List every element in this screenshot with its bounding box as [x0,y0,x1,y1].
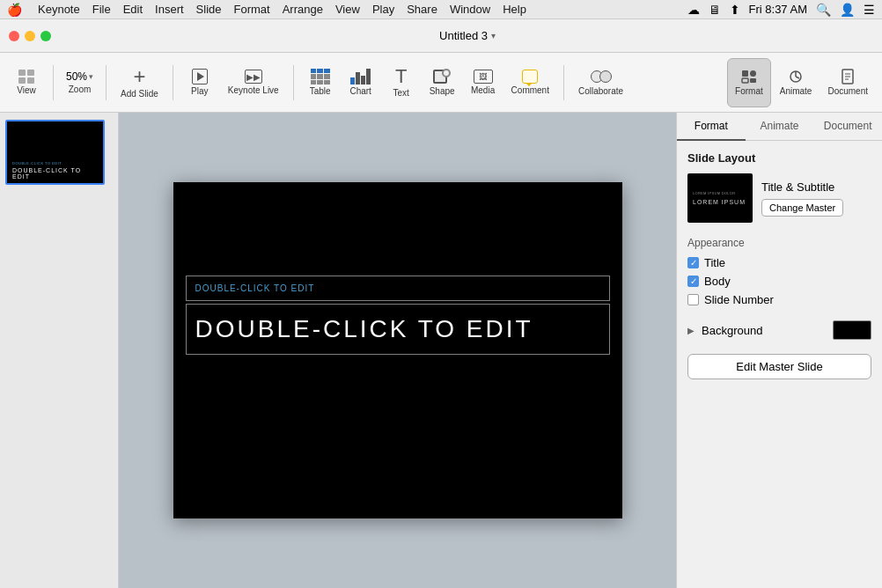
animate-panel-label: Animate [780,86,812,96]
tab-animate[interactable]: Animate [746,113,814,140]
menu-arrange[interactable]: Arrange [283,3,323,16]
title-chevron-icon[interactable]: ▾ [491,31,496,40]
search-icon[interactable]: 🔍 [816,3,831,17]
background-label: Background [702,324,826,337]
menu-keynote[interactable]: Keynote [38,3,80,16]
add-slide-button[interactable]: + Add Slide [114,58,165,107]
layout-preview-area: LOREM IPSUM DOLOR LOREM IPSUM Title & Su… [687,173,871,223]
zoom-value: 50% ▾ [66,70,93,83]
toolbar-sep-4 [293,65,294,100]
shape-label: Shape [430,86,455,96]
body-checkbox[interactable]: ✓ [687,276,699,287]
keynote-live-button[interactable]: ▶▶ Keynote Live [221,58,286,107]
collaborate-button[interactable]: Collaborate [571,58,630,107]
slide-subtitle-box[interactable]: DOUBLE-CLICK TO EDIT [186,276,610,301]
right-panel-content: Slide Layout LOREM IPSUM DOLOR LOREM IPS… [677,141,882,588]
title-checkbox[interactable]: ✓ [687,257,699,268]
layout-thumbnail: LOREM IPSUM DOLOR LOREM IPSUM [687,173,753,223]
menu-edit[interactable]: Edit [123,3,143,16]
slide-canvas[interactable]: DOUBLE-CLICK TO EDIT DOUBLE-CLICK TO EDI… [173,182,622,518]
background-color-swatch[interactable] [833,320,871,340]
body-checkbox-row: ✓ Body [687,275,871,288]
layout-thumb-line2: LOREM IPSUM [693,199,746,205]
comment-button[interactable]: Comment [504,58,556,107]
account-icon[interactable]: 👤 [840,3,855,17]
format-panel-button[interactable]: Format [727,58,771,107]
time-display: Fri 8:37 AM [749,3,807,16]
collaborate-label: Collaborate [578,86,623,96]
svg-rect-1 [750,70,756,77]
keynote-live-label: Keynote Live [228,85,279,95]
background-triangle-icon[interactable]: ▶ [687,326,695,335]
display-icon: 🖥 [709,3,721,17]
toolbar-sep-5 [563,65,564,100]
menu-share[interactable]: Share [407,3,437,16]
menu-bar: 🍎 Keynote File Edit Insert Slide Format … [0,0,882,19]
menu-insert[interactable]: Insert [155,3,184,16]
slide-thumbnail-1[interactable]: 1 DOUBLE-CLICK TO EDIT DOUBLE-CLICK TO E… [5,120,113,185]
toolbar: View 50% ▾ Zoom + Add Slide Play ▶▶ Keyn… [0,53,882,113]
menu-slide[interactable]: Slide [196,3,222,16]
menu-window[interactable]: Window [450,3,490,16]
title-checkbox-label: Title [704,256,725,269]
background-row: ▶ Background [687,320,871,340]
chart-button[interactable]: Chart [342,58,380,107]
layout-info: Title & Subtitle Change Master [761,180,871,217]
slide-number-checkbox[interactable] [687,294,699,305]
view-icon [18,70,34,84]
apple-menu[interactable]: 🍎 [7,3,22,17]
zoom-button[interactable]: 50% ▾ Zoom [61,58,99,107]
upload-icon: ⬆ [730,3,740,17]
slide-panel: 1 DOUBLE-CLICK TO EDIT DOUBLE-CLICK TO E… [0,113,119,588]
right-panel-tabs: Format Animate Document [677,113,882,141]
appearance-section: Appearance ✓ Title ✓ Body Slide Number [687,237,871,306]
text-icon: T [395,67,407,86]
menu-file[interactable]: File [92,3,111,16]
svg-rect-3 [750,78,756,83]
collaborate-icon [591,69,612,85]
body-checkbox-label: Body [704,275,731,288]
table-button[interactable]: Table [301,58,340,107]
play-label: Play [191,86,208,96]
slide-thumb-image-1[interactable]: DOUBLE-CLICK TO EDIT DOUBLE-CLICK TO EDI… [5,120,105,185]
shape-icon [433,69,451,85]
table-label: Table [310,86,331,96]
play-button[interactable]: Play [180,58,219,107]
slide-title-box[interactable]: DOUBLE-CLICK TO EDIT [186,304,610,355]
menu-bar-right: ☁ 🖥 ⬆ Fri 8:37 AM 🔍 👤 ☰ [687,3,875,17]
menu-help[interactable]: Help [503,3,526,16]
menu-play[interactable]: Play [372,3,394,16]
body-checkmark: ✓ [690,277,697,286]
document-panel-button[interactable]: Document [820,58,875,107]
title-checkmark: ✓ [690,259,697,268]
tab-format[interactable]: Format [677,113,746,141]
media-button[interactable]: 🖼 Media [464,58,503,107]
hamburger-icon[interactable]: ☰ [864,3,875,17]
toolbar-sep-2 [106,65,107,100]
slide-number-checkbox-row: Slide Number [687,293,871,306]
edit-master-slide-button[interactable]: Edit Master Slide [687,354,871,379]
title-checkbox-row: ✓ Title [687,256,871,269]
main-area: 1 DOUBLE-CLICK TO EDIT DOUBLE-CLICK TO E… [0,113,882,588]
canvas-area: DOUBLE-CLICK TO EDIT DOUBLE-CLICK TO EDI… [119,113,676,588]
minimize-button[interactable] [25,31,35,41]
title-bar: Untitled 3 ▾ [0,19,882,53]
toolbar-sep-3 [173,65,173,100]
add-slide-icon: + [133,66,145,87]
table-icon [311,69,330,85]
menu-view[interactable]: View [335,3,360,16]
zoom-label: Zoom [69,85,92,94]
svg-rect-2 [742,78,748,83]
fullscreen-button[interactable] [40,31,51,41]
title-center: Untitled 3 ▾ [62,29,873,42]
change-master-button[interactable]: Change Master [761,199,843,217]
close-button[interactable] [9,31,19,41]
traffic-lights [9,31,51,41]
text-button[interactable]: T Text [382,58,421,107]
menu-format[interactable]: Format [234,3,270,16]
tab-document[interactable]: Document [813,113,882,140]
shape-button[interactable]: Shape [423,58,462,107]
animate-panel-button[interactable]: Animate [773,58,820,107]
view-button[interactable]: View [7,58,46,107]
appearance-title: Appearance [687,237,871,249]
